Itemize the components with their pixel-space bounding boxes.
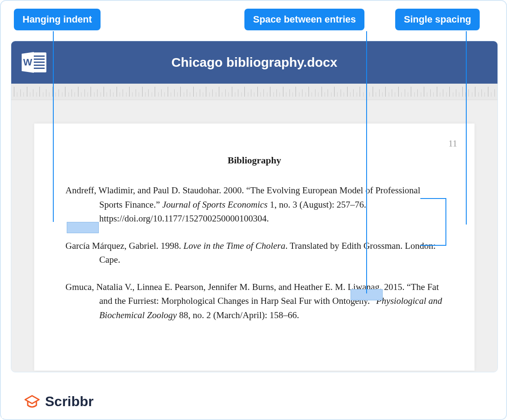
entry-title: Love in the Time of Cholera [183, 241, 285, 251]
svg-rect-2 [34, 59, 45, 60]
brand-name: Scribbr [45, 394, 94, 410]
entry-text: García Márquez, Gabriel. 1998. [65, 241, 183, 251]
svg-rect-3 [34, 62, 45, 63]
outer-frame: Hanging indent Space between entries Sin… [0, 0, 507, 420]
graduation-cap-icon [23, 394, 41, 410]
word-icon: W [21, 50, 48, 75]
brand-logo: Scribbr [2, 385, 124, 418]
callout-line [466, 31, 467, 225]
bibliography-entry: Gmuca, Natalia V., Linnea E. Pearson, Je… [65, 280, 443, 322]
bibliography-entry: Andreff, Wladimir, and Paul D. Staudohar… [65, 183, 443, 226]
callout-bracket [420, 198, 446, 246]
svg-rect-1 [34, 55, 45, 57]
page-number: 11 [448, 137, 457, 151]
window-header: W Chicago bibliography.docx [11, 41, 497, 84]
callout-space-between: Space between entries [244, 9, 364, 30]
bibliography-entry: García Márquez, Gabriel. 1998. Love in t… [65, 239, 443, 267]
ruler [11, 84, 497, 100]
document-page: 11 Bibliography Andreff, Wladimir, and P… [34, 124, 474, 371]
callout-single-spacing: Single spacing [395, 9, 480, 30]
svg-rect-4 [34, 65, 45, 66]
svg-rect-5 [34, 68, 45, 69]
highlight-hanging-indent [67, 222, 99, 233]
callout-line [366, 31, 367, 293]
entry-text: 88, no. 2 (March/April): 158–66. [177, 310, 299, 320]
entry-journal: Journal of Sports Economics [162, 199, 267, 210]
callout-line [53, 31, 54, 222]
document-filename: Chicago bibliography.docx [48, 55, 461, 70]
bibliography-heading: Bibliography [65, 153, 443, 168]
callout-hanging-indent: Hanging indent [14, 9, 101, 30]
svg-text:W: W [23, 57, 32, 68]
